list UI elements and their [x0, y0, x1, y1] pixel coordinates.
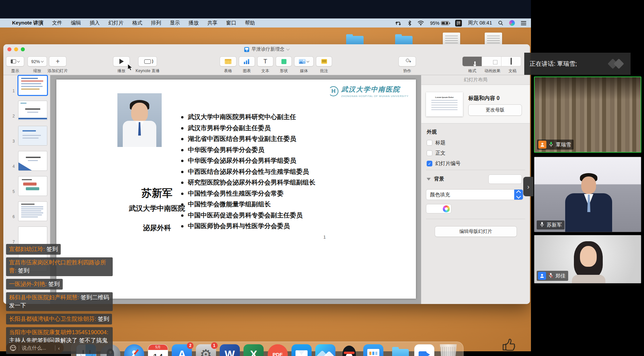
menu-item[interactable]: 帮助	[245, 20, 255, 26]
menu-app-name[interactable]: Keynote 讲演	[12, 20, 43, 26]
mic-on-icon	[548, 141, 554, 148]
spotlight-search-icon[interactable]	[498, 20, 503, 26]
bio-bullet: 中国医师协会男科与性医学分会委员	[180, 221, 401, 232]
slide-thumbnail-3[interactable]	[18, 126, 47, 145]
dock-folder-icon[interactable]	[390, 343, 411, 356]
menu-item[interactable]: 排列	[151, 20, 161, 26]
dock-word-icon[interactable]: W	[219, 343, 240, 356]
media-button[interactable]	[294, 56, 314, 66]
panel-collapse-tab[interactable]: ›	[523, 177, 533, 196]
dock-excel-icon[interactable]: X	[243, 343, 264, 356]
checkbox-row-1[interactable]: 标题	[427, 140, 445, 146]
input-method-badge[interactable]: 拼	[455, 20, 462, 27]
comment-button[interactable]	[316, 56, 332, 66]
checkbox-icon[interactable]	[427, 150, 432, 156]
slide-thumbnail-4[interactable]	[18, 151, 47, 170]
layout-thumbnail[interactable]: Lorem Ipsum Dolor	[426, 92, 463, 116]
checkbox-checked-icon[interactable]: ✓	[427, 161, 432, 166]
background-preview-box[interactable]	[488, 174, 522, 184]
media-label: 媒体	[294, 68, 314, 74]
participant-tile-3[interactable]: 郑佳	[534, 235, 641, 284]
background-color-well[interactable]	[426, 204, 451, 213]
title-chevron-icon[interactable]	[286, 47, 290, 50]
appearance-label: 外观	[427, 129, 437, 135]
slide-thumbnail-number: 3	[8, 139, 15, 144]
document-title[interactable]: 早泄诊疗新理念	[252, 46, 284, 52]
menu-item[interactable]: 插入	[90, 20, 100, 26]
dock-settings-icon[interactable]: ⚙1	[196, 343, 216, 356]
dock-calendar-icon[interactable]: 5月14	[148, 343, 168, 356]
siri-icon[interactable]	[509, 20, 515, 26]
view-button[interactable]	[6, 56, 24, 66]
table-button[interactable]	[220, 56, 236, 66]
thumbs-up-reaction-icon[interactable]	[501, 337, 517, 352]
menu-clock[interactable]: 周六 08:41	[468, 20, 492, 26]
slide-thumbnail-7[interactable]	[18, 227, 47, 246]
chart-button[interactable]	[239, 56, 255, 66]
dock-mountains-app-icon[interactable]	[315, 343, 336, 356]
color-wheel-icon[interactable]	[443, 205, 450, 212]
bio-bullet: 湖北省中西医结合男科专业副主任委员	[180, 134, 401, 145]
tab-animate-diamond[interactable]	[482, 57, 501, 66]
menu-item[interactable]: 幻灯片	[108, 20, 123, 26]
slide-thumbnail-5[interactable]	[18, 176, 47, 196]
keynote-live-button[interactable]	[138, 56, 157, 66]
dock-app-store-icon[interactable]: A2	[171, 343, 192, 356]
bio-bullet: 中国性学会微能量学组副组长	[180, 199, 401, 210]
add-slide-button[interactable]: +	[49, 56, 66, 66]
shape-button[interactable]	[276, 56, 292, 66]
dock-video-app-icon[interactable]	[414, 343, 435, 356]
menu-item[interactable]: 格式	[132, 20, 142, 26]
menu-item[interactable]: 播放	[189, 20, 199, 26]
dock-trash-icon[interactable]	[438, 343, 459, 356]
disclosure-triangle-icon[interactable]	[427, 178, 431, 181]
menu-item[interactable]: 显示	[170, 20, 180, 26]
checkbox-row-2[interactable]: 正文	[427, 150, 445, 156]
chat-collapse-icon[interactable]: ‹	[58, 345, 60, 351]
checkbox-icon[interactable]	[427, 140, 432, 146]
sync-icon[interactable]	[395, 21, 402, 26]
participant-tile-1[interactable]: 覃瑞雪	[534, 77, 641, 153]
collaborate-button[interactable]	[398, 56, 416, 66]
edit-master-button[interactable]: 编辑母版幻灯片	[435, 226, 517, 237]
change-master-button[interactable]: 更改母版	[468, 104, 522, 116]
menu-item[interactable]: 共享	[207, 20, 217, 26]
dock-safari-icon[interactable]	[124, 343, 145, 356]
slide-thumbnail-6[interactable]	[18, 202, 47, 221]
wifi-icon[interactable]	[418, 21, 424, 26]
emoji-icon[interactable]	[10, 345, 16, 351]
menu-item[interactable]: 编辑	[71, 20, 81, 26]
window-titlebar[interactable]: 早泄诊疗新理念	[3, 44, 530, 54]
view-icon	[11, 59, 16, 63]
chat-input[interactable]: 说点什么... ‹	[6, 342, 64, 354]
layout-card: Lorem Ipsum Dolor 标题和内容 0 更改母版	[421, 85, 530, 123]
dock-mail-icon[interactable]	[291, 343, 312, 356]
speaker-portrait	[117, 93, 162, 147]
dock-qq-icon[interactable]	[339, 343, 360, 356]
dock-pdf-icon[interactable]: PDF	[267, 343, 288, 356]
background-section[interactable]: 背景	[427, 176, 444, 182]
zoom-level-button[interactable]: 92%	[28, 56, 47, 66]
text-button[interactable]: T	[257, 56, 273, 66]
fill-type-select[interactable]: 颜色填充	[426, 189, 523, 200]
battery-indicator[interactable]: 95%	[430, 20, 449, 26]
participant-tile-2[interactable]: 苏新军	[534, 157, 641, 232]
slide-thumbnail-2[interactable]	[18, 101, 47, 120]
slide-thumbnail-1[interactable]	[18, 76, 47, 95]
control-center-icon[interactable]	[521, 21, 526, 25]
tab-format-brush[interactable]	[463, 57, 482, 66]
menu-item[interactable]: 文件	[52, 20, 62, 26]
checkbox-row-3[interactable]: ✓幻灯片编号	[427, 160, 461, 167]
dock-keynote-icon[interactable]	[363, 343, 384, 356]
hospital-logo-mark-icon: H	[328, 86, 338, 96]
bluetooth-icon[interactable]	[408, 20, 412, 26]
add-slide-label: 添加幻灯片	[40, 68, 75, 74]
select-stepper-icon[interactable]	[514, 190, 523, 200]
participant-badge-icon	[538, 272, 546, 280]
table-icon	[225, 59, 231, 64]
meeting-watermark-icon	[607, 58, 625, 69]
menu-item[interactable]: 窗口	[226, 20, 236, 26]
shared-desktop: Keynote 讲演 文件编辑插入幻灯片格式排列显示播放共享窗口帮助 95% 拼…	[0, 18, 531, 351]
tab-document-pane[interactable]	[501, 57, 521, 66]
chat-input-placeholder[interactable]: 说点什么...	[22, 345, 46, 351]
